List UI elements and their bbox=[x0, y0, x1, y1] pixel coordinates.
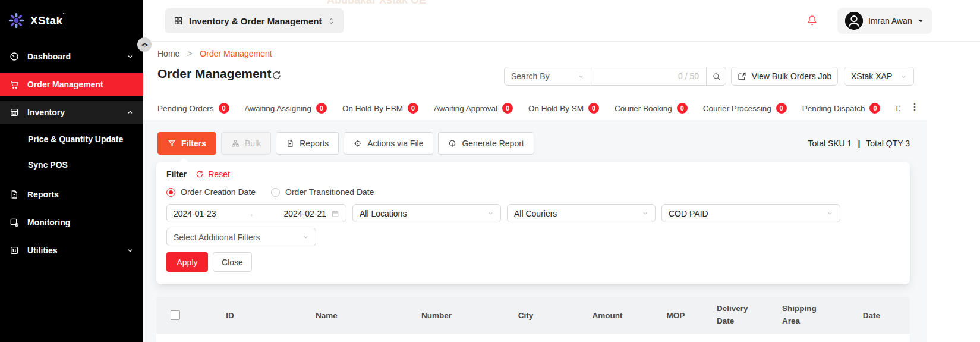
count-badge: 0 bbox=[219, 103, 229, 114]
sidebar-subitem-label: Sync POS bbox=[28, 160, 68, 170]
reset-label: Reset bbox=[208, 170, 230, 179]
tab-clipped[interactable]: D bbox=[896, 104, 900, 113]
caret-down-icon bbox=[918, 18, 924, 24]
topbar: Abubakar Xstak OE Inventory & Order Mana… bbox=[143, 0, 980, 42]
search-button[interactable] bbox=[706, 67, 726, 86]
close-button[interactable]: Close bbox=[213, 252, 252, 272]
sidebar-item-sync-pos[interactable]: Sync POS bbox=[0, 155, 143, 175]
radio-order-creation-date[interactable]: Order Creation Date bbox=[166, 187, 256, 197]
search-by-label: Search By bbox=[511, 71, 550, 81]
filters-button[interactable]: Filters bbox=[157, 132, 216, 155]
xstak-logo-icon bbox=[8, 12, 24, 29]
sidebar-item-price-quantity-update[interactable]: Price & Quantity Update bbox=[0, 129, 143, 149]
radio-label: Order Creation Date bbox=[181, 187, 256, 197]
reset-reload-icon bbox=[196, 170, 204, 178]
radio-order-transitioned-date[interactable]: Order Transitioned Date bbox=[271, 187, 374, 197]
bulk-button[interactable]: Bulk bbox=[221, 132, 271, 155]
breadcrumb-current: Order Management bbox=[200, 49, 272, 58]
notification-bell-icon[interactable] bbox=[806, 14, 818, 27]
filter-controls: 2024-01-23 → 2024-02-21 All Locations bbox=[166, 204, 840, 222]
filter-funnel-icon bbox=[168, 139, 176, 148]
app-switcher[interactable]: Inventory & Order Management bbox=[165, 8, 344, 33]
user-menu[interactable]: Imran Awan bbox=[837, 8, 932, 34]
breadcrumb-home[interactable]: Home bbox=[157, 49, 179, 58]
environment-select[interactable]: XStak XAP bbox=[844, 67, 914, 86]
count-badge: 0 bbox=[869, 103, 880, 114]
table-header-row: ID Name Number City Amount MOP Delivery … bbox=[156, 297, 910, 334]
radio-selected-icon bbox=[166, 188, 175, 197]
tab-label: On Hold By SM bbox=[528, 104, 584, 113]
popover-arrow bbox=[179, 158, 189, 167]
file-icon bbox=[286, 139, 294, 148]
refresh-icon[interactable] bbox=[272, 70, 282, 80]
reset-button[interactable]: Reset bbox=[196, 170, 230, 179]
payment-status-select[interactable]: COD PAID bbox=[661, 204, 840, 222]
column-header-amount: Amount bbox=[566, 311, 649, 320]
additional-filters-select[interactable]: Select Additional Filters bbox=[166, 228, 316, 246]
tab-pending-orders[interactable]: Pending Orders0 bbox=[157, 103, 229, 114]
tab-label: Pending Dispatch bbox=[802, 104, 865, 113]
tab-label: Pending Orders bbox=[157, 104, 214, 113]
sidebar-item-dashboard[interactable]: Dashboard bbox=[0, 45, 143, 68]
generate-report-button[interactable]: Generate Report bbox=[438, 132, 534, 155]
tab-courier-processing[interactable]: Courier Processing0 bbox=[703, 103, 787, 114]
select-all-checkbox[interactable] bbox=[171, 310, 180, 320]
generate-report-label: Generate Report bbox=[462, 139, 524, 148]
gauge-icon bbox=[10, 52, 19, 61]
page-title: Order Management bbox=[157, 67, 271, 81]
totals-divider: | bbox=[858, 139, 860, 148]
filter-popover: Filter Reset Order Creation Date bbox=[156, 162, 910, 284]
sidebar-item-inventory[interactable]: Inventory bbox=[0, 101, 143, 124]
couriers-select[interactable]: All Couriers bbox=[507, 204, 656, 222]
tab-on-hold-by-ebm[interactable]: On Hold By EBM0 bbox=[342, 103, 418, 114]
tab-awaiting-approval[interactable]: Awaiting Approval0 bbox=[434, 103, 513, 114]
sidebar-item-reports[interactable]: Reports bbox=[0, 183, 143, 206]
tab-on-hold-by-sm[interactable]: On Hold By SM0 bbox=[528, 103, 599, 114]
select-all-cell bbox=[156, 310, 194, 320]
apply-button[interactable]: Apply bbox=[166, 252, 208, 272]
sidebar-collapse-button[interactable]: <> bbox=[137, 37, 152, 52]
status-tabs: Pending Orders0 Awaiting Assigning0 On H… bbox=[157, 100, 907, 117]
locations-value: All Locations bbox=[360, 209, 407, 218]
range-arrow-icon: → bbox=[221, 209, 279, 218]
sidebar-item-label: Monitoring bbox=[27, 218, 134, 227]
tab-pending-dispatch[interactable]: Pending Dispatch0 bbox=[802, 103, 881, 114]
sidebar-item-utilities[interactable]: Utilities bbox=[0, 239, 143, 262]
view-bulk-orders-job-button[interactable]: View Bulk Orders Job bbox=[731, 67, 838, 86]
sidebar-item-monitoring[interactable]: Monitoring bbox=[0, 211, 143, 234]
date-type-radios: Order Creation Date Order Transitioned D… bbox=[166, 187, 374, 197]
chevron-down-icon bbox=[302, 234, 309, 240]
toolbar: Filters Bulk Reports bbox=[157, 132, 534, 155]
app-grid-icon bbox=[174, 16, 183, 26]
date-to: 2024-02-21 bbox=[283, 209, 326, 218]
payment-status-value: COD PAID bbox=[669, 209, 708, 218]
additional-filters-placeholder: Select Additional Filters bbox=[174, 233, 260, 242]
order-search-input[interactable]: 0 / 50 bbox=[591, 67, 707, 86]
monitoring-icon bbox=[10, 218, 19, 227]
column-header-delivery-date: Delivery Date bbox=[702, 303, 768, 328]
total-sku: Total SKU 1 bbox=[808, 139, 852, 148]
main-content: Home > Order Management Order Management… bbox=[143, 42, 980, 342]
filters-label: Filters bbox=[181, 139, 206, 148]
column-header-number: Number bbox=[387, 311, 486, 320]
date-range-picker[interactable]: 2024-01-23 → 2024-02-21 bbox=[166, 204, 346, 222]
sidebar-item-order-management[interactable]: Order Management bbox=[0, 73, 143, 96]
chevron-up-icon bbox=[127, 109, 134, 116]
tab-awaiting-assigning[interactable]: Awaiting Assigning0 bbox=[245, 103, 327, 114]
locations-select[interactable]: All Locations bbox=[352, 204, 501, 222]
count-badge: 0 bbox=[502, 103, 513, 114]
sidebar-item-label: Inventory bbox=[27, 108, 118, 117]
file-icon bbox=[10, 190, 19, 199]
clipped-header-text: Abubakar Xstak OE bbox=[327, 0, 426, 7]
sidebar: XStak˙ Dashboard Order Management bbox=[0, 0, 143, 342]
actions-via-file-button[interactable]: Actions via File bbox=[344, 132, 433, 155]
char-counter: 0 / 50 bbox=[678, 71, 699, 81]
search-by-select[interactable]: Search By bbox=[504, 67, 591, 86]
brand-name: XStak˙ bbox=[30, 14, 65, 27]
totals-summary: Total SKU 1|Total QTY 3 bbox=[808, 139, 910, 148]
updown-caret-icon bbox=[327, 17, 335, 25]
tab-courier-booking[interactable]: Courier Booking0 bbox=[615, 103, 688, 114]
tabs-overflow-icon[interactable]: ⋮ bbox=[910, 101, 919, 112]
reports-button[interactable]: Reports bbox=[276, 132, 339, 155]
export-icon bbox=[738, 72, 746, 81]
